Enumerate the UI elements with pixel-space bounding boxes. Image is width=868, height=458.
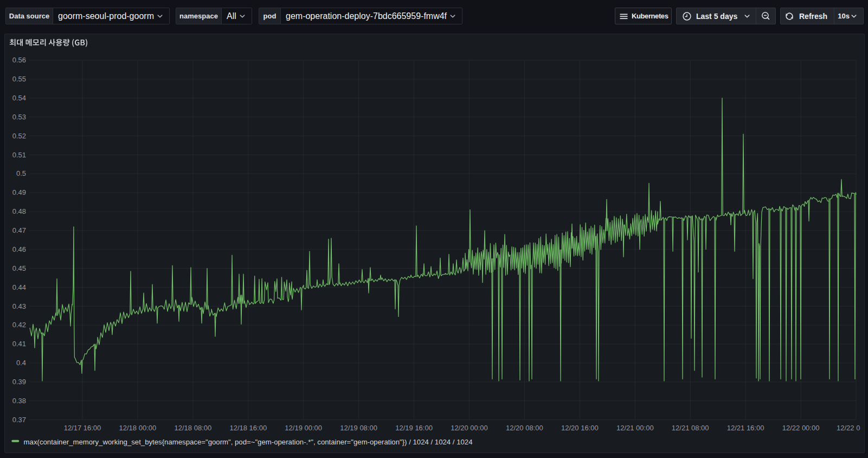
svg-text:0.48: 0.48 [12,207,26,215]
svg-text:12/18 00:00: 12/18 00:00 [119,424,157,432]
svg-text:12/18 08:00: 12/18 08:00 [175,424,212,432]
svg-text:0.56: 0.56 [12,56,26,64]
svg-text:12/22 00:00: 12/22 00:00 [782,424,820,432]
svg-text:12/19 00:00: 12/19 00:00 [285,424,322,432]
svg-text:12/18 16:00: 12/18 16:00 [229,424,267,432]
svg-text:12/20 16:00: 12/20 16:00 [561,424,599,432]
svg-text:0.5: 0.5 [16,169,26,177]
svg-text:0.53: 0.53 [12,113,26,121]
svg-text:0.41: 0.41 [12,340,26,348]
svg-text:0.43: 0.43 [12,302,26,310]
svg-text:12/21 16:00: 12/21 16:00 [727,424,764,432]
svg-text:0.51: 0.51 [12,151,26,159]
svg-text:0.49: 0.49 [12,188,26,196]
svg-text:0.52: 0.52 [12,132,26,140]
svg-text:12/19 16:00: 12/19 16:00 [395,424,433,432]
svg-text:0.54: 0.54 [12,94,26,102]
svg-text:0.44: 0.44 [12,283,26,291]
svg-text:0.47: 0.47 [12,226,26,234]
svg-text:0.39: 0.39 [12,378,26,386]
svg-text:0.38: 0.38 [12,397,26,405]
svg-text:0.46: 0.46 [12,245,26,253]
svg-text:0.37: 0.37 [12,416,26,424]
svg-text:12/21 08:00: 12/21 08:00 [672,424,709,432]
svg-text:0.45: 0.45 [12,264,26,272]
svg-text:12/21 00:00: 12/21 00:00 [616,424,654,432]
svg-text:12/22 0: 12/22 0 [837,424,860,432]
svg-text:12/17 16:00: 12/17 16:00 [64,424,101,432]
svg-text:12/19 08:00: 12/19 08:00 [340,424,377,432]
svg-text:0.4: 0.4 [16,359,26,367]
svg-text:12/20 08:00: 12/20 08:00 [506,424,543,432]
svg-text:0.42: 0.42 [12,321,26,329]
svg-text:0.55: 0.55 [12,75,26,83]
svg-text:max(container_memory_working_s: max(container_memory_working_set_bytes{n… [24,438,473,446]
svg-text:12/20 00:00: 12/20 00:00 [451,424,488,432]
